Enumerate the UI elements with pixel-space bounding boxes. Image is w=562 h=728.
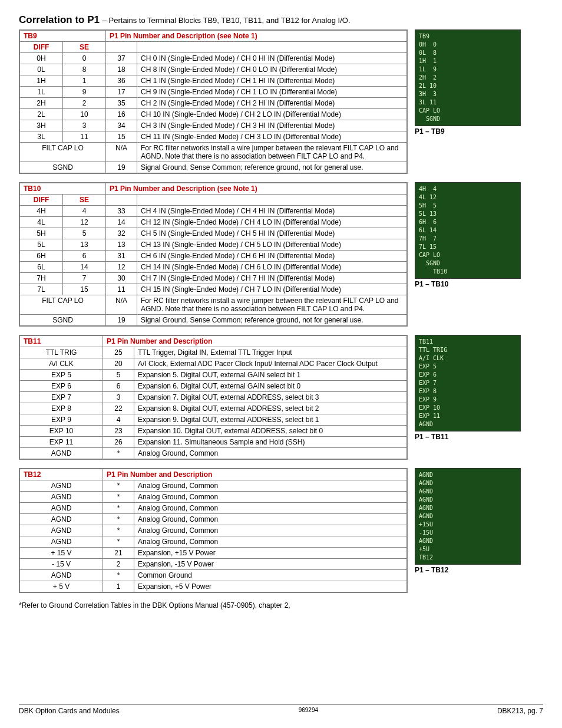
cell-pin: 20 (103, 358, 134, 370)
tb11-name: TB11 (19, 335, 103, 347)
table-row: A/I CLK20A/I Clock, External ADC Pacer C… (19, 358, 407, 370)
cell-desc: A/I Clock, External ADC Pacer Clock Inpu… (134, 358, 408, 370)
cell-se: 6 (63, 251, 106, 262)
cell-se: 3 (63, 120, 106, 131)
table-row: 7H730CH 7 IN (Single-Ended Mode) / CH 7 … (19, 273, 407, 284)
cell-desc: TTL Trigger, Digital IN, External TTL Tr… (134, 347, 408, 358)
cell-desc: Expansion 10. Digital OUT, external ADDR… (134, 426, 408, 437)
tb10-caption: P1 – TB10 (415, 280, 521, 288)
cell-se: 7 (63, 273, 106, 284)
tb10-sgnd-desc: Signal Ground, Sense Common; reference g… (137, 315, 408, 327)
cell-label: + 5 V (19, 581, 103, 593)
tb9-sgnd-pin: 19 (106, 162, 137, 174)
cell-label: - 15 V (19, 559, 103, 570)
cell-se: 15 (63, 284, 106, 295)
tb11-block: TB11 P1 Pin Number and Description TTL T… (19, 335, 543, 460)
cell-pin: 6 (103, 381, 134, 392)
cell-se: 9 (63, 87, 106, 98)
table-row: EXP 1126Expansion 11. Simultaneous Sampl… (19, 437, 407, 448)
cell-pin: 16 (106, 109, 137, 120)
tb12-p1head: P1 Pin Number and Description (103, 469, 408, 480)
cell-desc: Analog Ground, Common (134, 525, 408, 536)
cell-pin: * (103, 570, 134, 581)
cell-desc: CH 15 IN (Single-Ended Mode) / CH 7 LO I… (137, 284, 408, 295)
cell-desc: CH 10 IN (Single-Ended Mode) / CH 2 LO I… (137, 109, 408, 120)
cell-pin: 25 (103, 347, 134, 358)
table-row: 1H136CH 1 IN (Single-Ended Mode) / CH 1 … (19, 75, 407, 87)
tb11-connector-image: TB11 TTL TRIG A/I CLK EXP 5 EXP 6 EXP 7 … (415, 335, 521, 431)
tb11-side: TB11 TTL TRIG A/I CLK EXP 5 EXP 6 EXP 7 … (415, 335, 521, 441)
tb11-caption: P1 – TB11 (415, 433, 521, 441)
cell-pin: * (103, 492, 134, 503)
cell-pin: 3 (103, 392, 134, 403)
table-row: 0L818CH 8 IN (Single-Ended Mode) / CH 0 … (19, 64, 407, 75)
tb11-p1head: P1 Pin Number and Description (103, 335, 408, 347)
table-row: 2L1016CH 10 IN (Single-Ended Mode) / CH … (19, 109, 407, 120)
cell-label: EXP 7 (19, 392, 103, 403)
cell-se: 11 (63, 131, 106, 143)
tb9-name: TB9 (19, 30, 106, 42)
cell-label: EXP 5 (19, 370, 103, 381)
cell-pin: * (103, 536, 134, 548)
cell-label: AGND (19, 514, 103, 525)
cell-desc: Analog Ground, Common (134, 514, 408, 525)
tb12-name: TB12 (19, 469, 103, 480)
cell-desc: Expansion 6. Digital OUT, external GAIN … (134, 381, 408, 392)
tb10-sgnd-pin: 19 (106, 315, 137, 327)
table-row: 0H037CH 0 IN (Single-Ended Mode) / CH 0 … (19, 53, 407, 64)
tb10-table: TB10 P1 Pin Number and Description (see … (19, 182, 408, 327)
cell-pin: * (103, 525, 134, 536)
table-row: 3H334CH 3 IN (Single-Ended Mode) / CH 3 … (19, 120, 407, 131)
cell-desc: Expansion 7. Digital OUT, external ADDRE… (134, 392, 408, 403)
tb9-filt-label: FILT CAP LO (19, 143, 106, 162)
tb9-side: TB9 0H 0 0L 8 1H 1 1L 9 2H 2 2L 10 3H 3 … (415, 29, 521, 136)
tb12-connector-image: AGND AGND AGND AGND AGND AGND +15U -15U … (415, 468, 521, 565)
cell-pin: 11 (106, 284, 137, 295)
cell-label: EXP 10 (19, 426, 103, 437)
title-text: Correlation to P1 (19, 14, 100, 25)
cell-desc: CH 2 IN (Single-Ended Mode) / CH 2 HI IN… (137, 98, 408, 109)
table-row: 1L917CH 9 IN (Single-Ended Mode) / CH 1 … (19, 87, 407, 98)
cell-desc: CH 3 IN (Single-Ended Mode) / CH 3 HI IN… (137, 120, 408, 131)
tb10-connector-image: 4H 4 4L 12 5H 5 5L 13 6H 6 6L 14 7H 7 7L… (415, 182, 521, 279)
cell-diff: 7L (19, 284, 63, 295)
table-row: - 15 V2Expansion, -15 V Power (19, 559, 407, 570)
tb12-table: TB12 P1 Pin Number and Description AGND*… (19, 468, 408, 593)
table-row: AGND*Analog Ground, Common (19, 448, 407, 460)
footnote: *Refer to Ground Correlation Tables in t… (19, 601, 543, 610)
cell-pin: 22 (103, 403, 134, 414)
cell-se: 0 (63, 53, 106, 64)
cell-desc: CH 14 IN (Single-Ended Mode) / CH 6 LO I… (137, 262, 408, 273)
cell-label: EXP 11 (19, 437, 103, 448)
tb9-sub-diff: DIFF (19, 42, 63, 53)
cell-pin: 12 (106, 262, 137, 273)
cell-se: 2 (63, 98, 106, 109)
cell-pin: 1 (103, 581, 134, 593)
cell-label: AGND (19, 448, 103, 460)
table-row: 4L1214CH 12 IN (Single-Ended Mode) / CH … (19, 217, 407, 228)
cell-label: AGND (19, 480, 103, 492)
cell-pin: 35 (106, 98, 137, 109)
table-row: AGND*Analog Ground, Common (19, 514, 407, 525)
tb12-block: TB12 P1 Pin Number and Description AGND*… (19, 468, 543, 593)
cell-desc: CH 13 IN (Single-Ended Mode) / CH 5 LO I… (137, 239, 408, 251)
cell-pin: 13 (106, 239, 137, 251)
cell-pin: 31 (106, 251, 137, 262)
table-row: EXP 94Expansion 9. Digital OUT, external… (19, 414, 407, 426)
table-row: EXP 1023Expansion 10. Digital OUT, exter… (19, 426, 407, 437)
tb10-sgnd-label: SGND (19, 315, 106, 327)
cell-se: 5 (63, 228, 106, 239)
tb10-side: 4H 4 4L 12 5H 5 5L 13 6H 6 6L 14 7H 7 7L… (415, 182, 521, 288)
cell-pin: 21 (103, 548, 134, 559)
cell-diff: 0H (19, 53, 63, 64)
tb12-side: AGND AGND AGND AGND AGND AGND +15U -15U … (415, 468, 521, 574)
cell-diff: 2L (19, 109, 63, 120)
cell-label: + 15 V (19, 548, 103, 559)
cell-desc: Expansion, +5 V Power (134, 581, 408, 593)
tb10-sub-diff: DIFF (19, 195, 63, 206)
cell-desc: Analog Ground, Common (134, 480, 408, 492)
cell-desc: Expansion 9. Digital OUT, external ADDRE… (134, 414, 408, 426)
table-row: AGND*Analog Ground, Common (19, 492, 407, 503)
cell-label: A/I CLK (19, 358, 103, 370)
cell-desc: Analog Ground, Common (134, 448, 408, 460)
